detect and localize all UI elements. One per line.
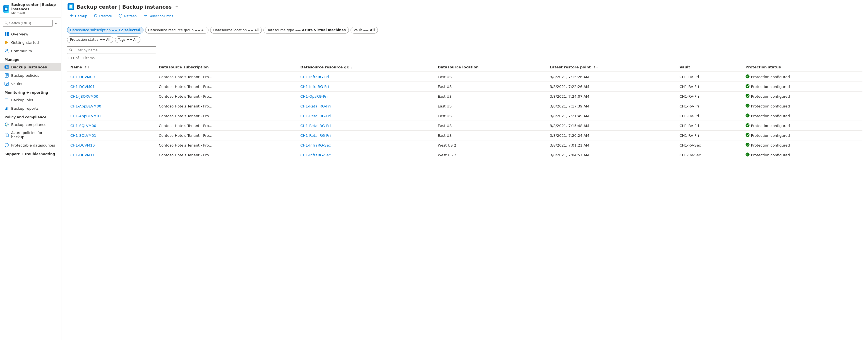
cell-vault-5: CH1-RV-Pri xyxy=(676,121,742,131)
col-header-vault[interactable]: Vault xyxy=(676,63,742,72)
select-columns-button-label: Select columns xyxy=(149,14,173,18)
filter-name-row xyxy=(67,47,862,54)
name-link-4[interactable]: CH1-AppBEVM01 xyxy=(70,114,101,118)
cell-restore-point-8: 3/8/2021, 7:04:57 AM xyxy=(547,150,676,160)
resource-group-link-1[interactable]: CH1-InfraRG-Pri xyxy=(300,85,329,89)
refresh-button[interactable]: Refresh xyxy=(116,12,140,20)
name-link-0[interactable]: CH1-DCVM00 xyxy=(70,75,95,79)
cell-status-5: Protection configured xyxy=(742,121,862,131)
filters-row-2: Protection status == All Tags == All xyxy=(67,36,862,43)
filter-name-input[interactable] xyxy=(67,47,156,54)
name-link-8[interactable]: CH1-DCVM11 xyxy=(70,153,95,157)
items-count: 1-11 of 11 items xyxy=(67,56,862,60)
table-row: CH1-DCVM00 Contoso Hotels Tenant - Pro..… xyxy=(67,72,862,82)
cell-vault-2: CH1-RV-Pri xyxy=(676,92,742,101)
azure-policies-icon xyxy=(4,132,9,137)
sidebar-item-overview[interactable]: Overview xyxy=(0,30,61,38)
name-link-2[interactable]: CH1-JBOXVM00 xyxy=(70,94,98,98)
monitoring-section-title: Monitoring + reporting xyxy=(0,88,61,96)
filters-row: Datasource subscription == 12 selected D… xyxy=(67,27,862,33)
backup-instances-icon xyxy=(4,65,9,69)
name-link-6[interactable]: CH1-SQLVM01 xyxy=(70,133,96,137)
col-header-latest-restore-point[interactable]: Latest restore point ↑↓ xyxy=(547,63,676,72)
col-header-protection-status[interactable]: Protection status xyxy=(742,63,862,72)
resource-group-link-6[interactable]: CH1-RetailRG-Pri xyxy=(300,133,331,137)
svg-point-41 xyxy=(745,104,749,108)
cell-restore-point-6: 3/8/2021, 7:20:24 AM xyxy=(547,131,676,141)
filter-datasource-location[interactable]: Datasource location == All xyxy=(210,27,262,33)
sidebar-item-backup-jobs[interactable]: Backup jobs xyxy=(0,96,61,104)
restore-button[interactable]: Restore xyxy=(91,12,115,20)
filter-datasource-type[interactable]: Datasource type == Azure Virtual machine… xyxy=(264,27,349,33)
select-columns-button[interactable]: Select columns xyxy=(141,12,176,20)
cell-resource-group-8: CH1-InfraRG-Sec xyxy=(297,150,434,160)
filter-datasource-subscription[interactable]: Datasource subscription == 12 selected xyxy=(67,27,144,33)
name-link-5[interactable]: CH1-SQLVM00 xyxy=(70,124,96,128)
table-header-row: Name ↑↓ Datasource subscription Datasour… xyxy=(67,63,862,72)
protection-configured-icon-8 xyxy=(745,152,750,157)
col-header-datasource-resource-group[interactable]: Datasource resource gr... xyxy=(297,63,434,72)
table-row: CH1-DCVM10 Contoso Hotels Tenant - Pro..… xyxy=(67,141,862,150)
resource-group-link-0[interactable]: CH1-InfraRG-Pri xyxy=(300,75,329,79)
cell-name-7: CH1-DCVM10 xyxy=(67,141,155,150)
sidebar-item-backup-instances-label: Backup instances xyxy=(11,65,47,69)
cell-restore-point-0: 3/8/2021, 7:15:26 AM xyxy=(547,72,676,82)
cell-vault-1: CH1-RV-Pri xyxy=(676,82,742,92)
breadcrumb: Backup center | Backup instances ··· xyxy=(67,3,862,10)
filter-datasource-resource-group[interactable]: Datasource resource group == All xyxy=(145,27,209,33)
resource-group-link-4[interactable]: CH1-RetailRG-Pri xyxy=(300,114,331,118)
resource-group-link-8[interactable]: CH1-InfraRG-Sec xyxy=(300,153,331,157)
resource-group-link-5[interactable]: CH1-RetailRG-Pri xyxy=(300,124,331,128)
breadcrumb-app-title: Backup center xyxy=(76,4,117,10)
svg-point-46 xyxy=(745,153,749,157)
manage-section-title: Manage xyxy=(0,55,61,63)
cell-restore-point-7: 3/8/2021, 7:01:21 AM xyxy=(547,141,676,150)
sidebar-item-protectable-datasources[interactable]: Protectable datasources xyxy=(0,141,61,149)
svg-rect-5 xyxy=(5,32,6,34)
sidebar-item-backup-reports[interactable]: Backup reports xyxy=(0,104,61,113)
sidebar-item-community[interactable]: Community xyxy=(0,47,61,55)
backup-policies-icon xyxy=(4,73,9,78)
table-row: CH1-DCVM11 Contoso Hotels Tenant - Pro..… xyxy=(67,150,862,160)
col-header-datasource-subscription[interactable]: Datasource subscription xyxy=(155,63,297,72)
cell-subscription-6: Contoso Hotels Tenant - Pro... xyxy=(155,131,297,141)
resource-group-link-7[interactable]: CH1-InfraRG-Sec xyxy=(300,143,331,147)
resource-group-link-3[interactable]: CH1-RetailRG-Pri xyxy=(300,104,331,108)
cell-status-4: Protection configured xyxy=(742,111,862,121)
name-link-1[interactable]: CH1-DCVM01 xyxy=(70,85,95,89)
backup-button[interactable]: Backup xyxy=(67,12,90,20)
svg-rect-26 xyxy=(5,109,6,110)
refresh-button-icon xyxy=(119,14,123,19)
filter-protection-status[interactable]: Protection status == All xyxy=(67,36,113,43)
sidebar-item-backup-compliance[interactable]: Backup compliance xyxy=(0,120,61,129)
sidebar-item-backup-instances[interactable]: Backup instances xyxy=(0,63,61,71)
col-header-datasource-location[interactable]: Datasource location xyxy=(434,63,547,72)
col-header-name[interactable]: Name ↑↓ xyxy=(67,63,155,72)
table-row: CH1-AppBEVM01 Contoso Hotels Tenant - Pr… xyxy=(67,111,862,121)
status-text-8: Protection configured xyxy=(751,153,790,157)
cell-location-7: West US 2 xyxy=(434,141,547,150)
sidebar-item-vaults[interactable]: Vaults xyxy=(0,80,61,88)
protection-configured-icon-2 xyxy=(745,94,750,99)
sidebar-item-azure-policies[interactable]: Azure policies for backup xyxy=(0,129,61,141)
search-input[interactable] xyxy=(3,20,53,27)
cell-subscription-4: Contoso Hotels Tenant - Pro... xyxy=(155,111,297,121)
sidebar-collapse-button[interactable]: « xyxy=(54,20,58,26)
resource-group-link-2[interactable]: CH1-OpsRG-Pri xyxy=(300,94,328,98)
svg-rect-6 xyxy=(7,32,9,34)
protectable-datasources-icon xyxy=(4,143,9,147)
sidebar-item-getting-started[interactable]: Getting started xyxy=(0,38,61,47)
sidebar-item-backup-policies[interactable]: Backup policies xyxy=(0,71,61,80)
status-text-3: Protection configured xyxy=(751,104,790,108)
filter-vault[interactable]: Vault == All xyxy=(350,27,378,33)
cell-restore-point-3: 3/8/2021, 7:17:39 AM xyxy=(547,101,676,111)
filter-tags[interactable]: Tags == All xyxy=(115,36,141,43)
cell-name-6: CH1-SQLVM01 xyxy=(67,131,155,141)
cell-location-8: West US 2 xyxy=(434,150,547,160)
protection-configured-icon-1 xyxy=(745,84,750,89)
name-link-3[interactable]: CH1-AppBEVM00 xyxy=(70,104,101,108)
more-options-button[interactable]: ··· xyxy=(173,4,179,10)
name-link-7[interactable]: CH1-DCVM10 xyxy=(70,143,95,147)
protection-configured-icon-6 xyxy=(745,133,750,138)
svg-point-45 xyxy=(745,143,749,147)
